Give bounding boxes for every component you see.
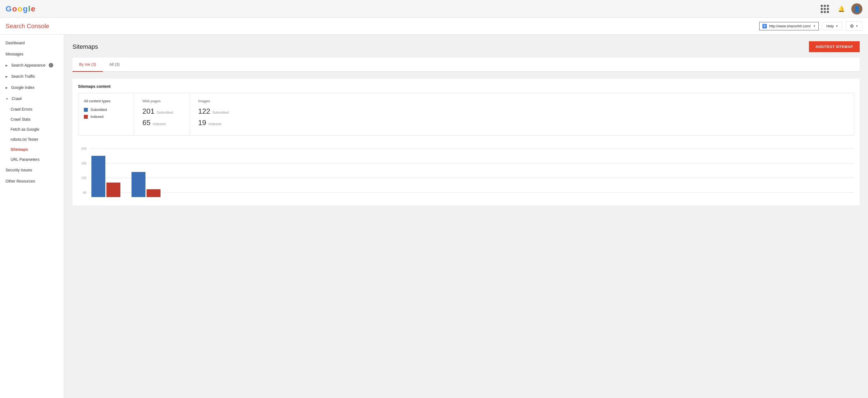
sidebar-sub-fetch-as-google[interactable]: Fetch as Google [0, 124, 64, 134]
indexed-color-swatch [84, 115, 88, 119]
sidebar-item-search-traffic[interactable]: ▶ Search Traffic [0, 71, 64, 82]
legend-submitted: Submitted [84, 108, 128, 112]
expand-arrow-search-appearance: ▶ [6, 64, 8, 67]
grid-bar-180 [89, 163, 854, 163]
sidebar-item-dashboard[interactable]: Dashboard [0, 37, 64, 49]
images-col: Images 122 Submitted 19 Indexed [190, 93, 246, 135]
expand-arrow-crawl: ▼ [6, 97, 8, 100]
avatar[interactable]: 👤 [851, 3, 862, 14]
sidebar-item-security-issues[interactable]: Security Issues [0, 164, 64, 176]
img-submitted-row: 122 Submitted [198, 107, 237, 116]
img-submitted-label: Submitted [212, 111, 229, 115]
sidebar-sub-url-parameters[interactable]: URL Parameters [0, 154, 64, 164]
bar-group-2 [131, 172, 160, 197]
site-url: http://www.sharonhh.com/ [769, 24, 811, 28]
grid-label-240: 240 [78, 147, 86, 150]
logo-g: G [6, 4, 12, 13]
web-pages-col: Web pages 201 Submitted 65 Indexed [134, 93, 190, 135]
content-header: Sitemaps ADD/TEST SITEMAP [72, 41, 860, 52]
google-logo[interactable]: Google [6, 4, 35, 13]
legend-indexed: Indexed [84, 115, 128, 119]
sidebar-item-search-appearance[interactable]: ▶ Search Appearance i [0, 60, 64, 71]
gear-arrow: ▼ [856, 25, 858, 28]
content-type-label: All content types [84, 99, 128, 103]
tabs-container: By me (3) All (3) [72, 58, 860, 72]
add-sitemap-button[interactable]: ADD/TEST SITEMAP [809, 41, 860, 52]
tab-all[interactable]: All (3) [103, 58, 126, 72]
sidebar-item-other-resources[interactable]: Other Resources [0, 176, 64, 187]
sidebar-sub-crawl-stats[interactable]: Crawl Stats [0, 114, 64, 124]
expand-arrow-search-traffic: ▶ [6, 75, 8, 78]
logo-l: l [28, 4, 30, 13]
bar-group-1 [91, 156, 120, 197]
site-favicon: G [763, 24, 767, 28]
bar-blue-2 [131, 172, 146, 197]
bar-red-1 [106, 183, 120, 197]
grid-line-60: 60 [78, 191, 854, 194]
sidebar-sub-sitemaps[interactable]: Sitemaps [0, 144, 64, 154]
gear-icon: ⚙ [850, 23, 854, 29]
web-indexed-row: 65 Indexed [143, 118, 181, 127]
logo-o2: o [18, 4, 22, 13]
content-type-left: All content types Submitted Indexed [78, 93, 134, 135]
grid-line-180: 180 [78, 162, 854, 165]
chart-container: 240 180 120 60 [78, 144, 854, 200]
apps-icon[interactable] [818, 2, 831, 15]
settings-button[interactable]: ⚙ ▼ [846, 22, 862, 31]
content-types-grid: All content types Submitted Indexed Web … [78, 93, 854, 136]
web-submitted-number: 201 [143, 107, 154, 116]
bar-red-2 [147, 189, 160, 197]
search-console-title[interactable]: Search Console [6, 23, 49, 30]
sidebar-sub-crawl-errors[interactable]: Crawl Errors [0, 104, 64, 114]
grid-line-240: 240 [78, 147, 854, 150]
help-arrow: ▼ [835, 25, 838, 28]
site-selector[interactable]: G http://www.sharonhh.com/ ▼ [759, 22, 819, 30]
web-submitted-row: 201 Submitted [143, 107, 181, 116]
grid-label-60: 60 [78, 191, 86, 194]
sidebar-item-crawl[interactable]: ▼ Crawl [0, 93, 64, 104]
main-layout: Dashboard Messages ▶ Search Appearance i… [0, 35, 868, 398]
img-indexed-row: 19 Indexed [198, 118, 237, 127]
web-indexed-number: 65 [143, 118, 151, 127]
header-right: 🔔 👤 [818, 2, 862, 15]
sitemaps-content-card: Sitemaps content All content types Submi… [72, 79, 860, 206]
bars-area [91, 156, 160, 197]
grid-bar-240 [89, 149, 854, 149]
bar-right: G http://www.sharonhh.com/ ▼ Help ▼ ⚙ ▼ [759, 22, 862, 31]
bar-blue-1 [91, 156, 105, 197]
sidebar-sub-robots-txt[interactable]: robots.txt Tester [0, 134, 64, 144]
sidebar-item-messages[interactable]: Messages [0, 49, 64, 60]
img-indexed-number: 19 [198, 118, 206, 127]
info-icon-search-appearance: i [49, 63, 53, 67]
img-indexed-label: Indexed [209, 122, 221, 126]
page-title: Sitemaps [72, 43, 98, 51]
help-button[interactable]: Help ▼ [822, 22, 842, 30]
site-selector-arrow: ▼ [813, 25, 816, 28]
top-header: Google 🔔 👤 [0, 0, 868, 18]
grid-line-120: 120 [78, 176, 854, 180]
sidebar: Dashboard Messages ▶ Search Appearance i… [0, 35, 64, 398]
notifications-icon[interactable]: 🔔 [836, 3, 847, 14]
grid-label-180: 180 [78, 162, 86, 165]
submitted-color-swatch [84, 108, 88, 112]
tab-by-me[interactable]: By me (3) [72, 58, 103, 72]
logo-e: e [31, 4, 35, 13]
expand-arrow-google-index: ▶ [6, 86, 8, 89]
section-title: Sitemaps content [78, 84, 854, 89]
search-console-bar: Search Console G http://www.sharonhh.com… [0, 18, 868, 35]
logo-g2: g [23, 4, 28, 13]
grid-label-120: 120 [78, 176, 86, 180]
web-indexed-label: Indexed [153, 122, 165, 126]
img-submitted-number: 122 [198, 107, 210, 116]
logo-o1: o [12, 4, 17, 13]
web-submitted-label: Submitted [157, 111, 173, 115]
sidebar-item-google-index[interactable]: ▶ Google Index [0, 82, 64, 93]
chart-grid: 240 180 120 60 [78, 147, 854, 194]
images-label: Images [198, 99, 237, 103]
web-pages-label: Web pages [143, 99, 181, 103]
content-area: Sitemaps ADD/TEST SITEMAP By me (3) All … [64, 35, 868, 398]
